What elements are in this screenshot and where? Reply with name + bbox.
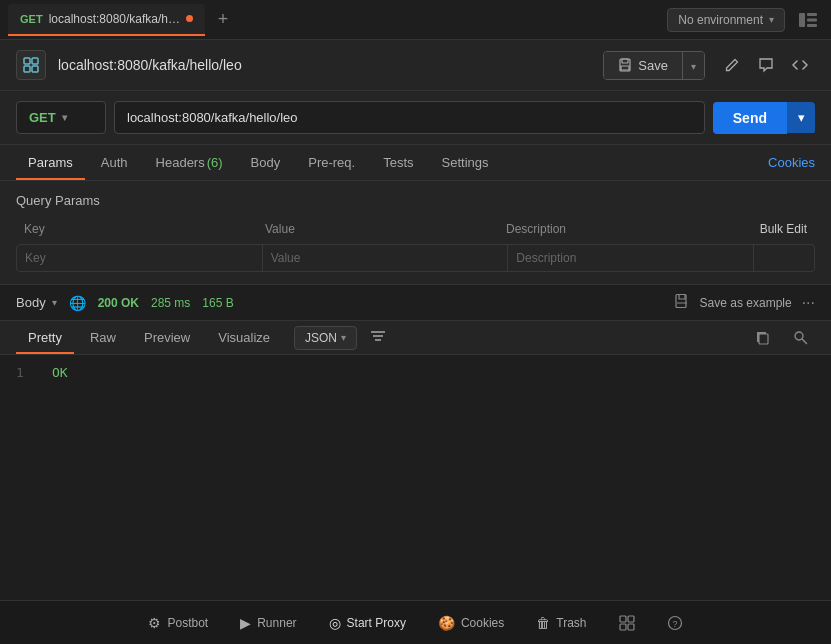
request-header: localhost:8080/kafka/hello/leo Save ▾ [0, 40, 831, 91]
svg-rect-6 [24, 66, 30, 72]
save-button[interactable]: Save [604, 52, 682, 79]
save-dropdown-button[interactable]: ▾ [682, 52, 704, 79]
comment-icon-button[interactable] [751, 50, 781, 80]
environment-selector[interactable]: No environment ▾ [667, 8, 785, 32]
cookies-label: Cookies [461, 616, 504, 630]
env-chevron: ▾ [769, 14, 774, 25]
svg-line-17 [802, 340, 806, 344]
svg-text:?: ? [672, 619, 677, 629]
svg-rect-21 [628, 624, 634, 630]
send-button-group: Send ▾ [713, 102, 815, 134]
filter-icon-button[interactable] [369, 328, 387, 347]
runner-label: Runner [257, 616, 296, 630]
value-input-cell[interactable]: Value [263, 245, 509, 271]
method-selector[interactable]: GET ▾ [16, 101, 106, 134]
svg-rect-18 [620, 616, 626, 622]
code-icon-button[interactable] [785, 50, 815, 80]
response-bar: Body ▾ 🌐 200 OK 285 ms 165 B Save as exa… [0, 285, 831, 321]
resp-tab-icons [747, 323, 815, 353]
line-number-1: 1 [16, 365, 36, 380]
save-icon [674, 293, 690, 312]
url-input[interactable] [114, 101, 705, 134]
body-chevron: ▾ [52, 297, 57, 308]
search-response-button[interactable] [785, 323, 815, 353]
runner-button[interactable]: ▶ Runner [240, 615, 296, 631]
tab-prereq[interactable]: Pre-req. [296, 145, 367, 180]
postbot-button[interactable]: ⚙ Postbot [148, 615, 208, 631]
params-header-row: Key Value Description Bulk Edit [16, 218, 815, 240]
cookies-button[interactable]: 🍪 Cookies [438, 615, 504, 631]
body-dropdown[interactable]: Body ▾ [16, 295, 57, 310]
response-size: 165 B [202, 296, 233, 310]
tab-body[interactable]: Body [239, 145, 293, 180]
start-proxy-button[interactable]: ◎ Start Proxy [329, 615, 406, 631]
params-input-row: Key Value Description [16, 244, 815, 272]
svg-rect-1 [807, 13, 817, 16]
edit-icon-button[interactable] [717, 50, 747, 80]
send-dropdown-button[interactable]: ▾ [787, 102, 815, 133]
request-title: localhost:8080/kafka/hello/leo [58, 57, 591, 73]
bulk-edit-button[interactable]: Bulk Edit [747, 222, 807, 236]
copy-response-button[interactable] [747, 323, 777, 353]
environment-value: No environment [678, 13, 763, 27]
svg-point-16 [795, 332, 803, 340]
postbot-label: Postbot [167, 616, 208, 630]
tab-dirty-dot [186, 15, 193, 22]
svg-rect-15 [759, 334, 768, 344]
tab-params[interactable]: Params [16, 145, 85, 180]
request-tabs-nav: Params Auth Headers(6) Body Pre-req. Tes… [0, 145, 831, 181]
save-label: Save [638, 58, 668, 73]
tab-bar: GET localhost:8080/kafka/h… + No environ… [0, 0, 831, 40]
key-input-cell[interactable]: Key [17, 245, 263, 271]
query-params-title: Query Params [16, 193, 815, 208]
resp-tab-preview[interactable]: Preview [132, 321, 202, 354]
params-actions-cell [754, 245, 814, 271]
grid-button[interactable] [619, 615, 635, 631]
code-content-1: OK [52, 365, 68, 380]
request-type-icon [16, 50, 46, 80]
tab-settings[interactable]: Settings [430, 145, 501, 180]
tab-headers[interactable]: Headers(6) [144, 145, 235, 180]
more-options-button[interactable]: ··· [802, 294, 815, 312]
col-desc: Description [506, 222, 747, 236]
code-line-1: 1 OK [16, 365, 815, 380]
headers-badge: (6) [207, 155, 223, 170]
tab-auth[interactable]: Auth [89, 145, 140, 180]
send-button[interactable]: Send [713, 102, 787, 134]
desc-input-cell[interactable]: Description [508, 245, 754, 271]
runner-icon: ▶ [240, 615, 251, 631]
sidebar-toggle-button[interactable] [793, 5, 823, 35]
tab-bar-right: No environment ▾ [667, 5, 823, 35]
active-tab[interactable]: GET localhost:8080/kafka/h… [8, 4, 205, 36]
svg-rect-10 [621, 66, 629, 70]
cookies-icon: 🍪 [438, 615, 455, 631]
trash-button[interactable]: 🗑 Trash [536, 615, 586, 631]
help-button[interactable]: ? [667, 615, 683, 631]
resp-tab-pretty[interactable]: Pretty [16, 321, 74, 354]
save-example-button[interactable]: Save as example [700, 296, 792, 310]
tab-url: localhost:8080/kafka/h… [49, 12, 180, 26]
svg-rect-0 [799, 13, 805, 27]
trash-label: Trash [556, 616, 586, 630]
svg-rect-4 [24, 58, 30, 64]
format-selector[interactable]: JSON ▾ [294, 326, 357, 350]
url-bar: GET ▾ Send ▾ [0, 91, 831, 145]
cookies-link[interactable]: Cookies [768, 155, 815, 170]
new-tab-button[interactable]: + [209, 6, 237, 34]
svg-rect-9 [622, 59, 628, 63]
resp-tab-raw[interactable]: Raw [78, 321, 128, 354]
save-button-group: Save ▾ [603, 51, 705, 80]
response-time: 285 ms [151, 296, 190, 310]
response-actions: Save as example ··· [674, 293, 815, 312]
tab-tests[interactable]: Tests [371, 145, 425, 180]
svg-rect-5 [32, 58, 38, 64]
params-table: Key Value Description Bulk Edit Key Valu… [16, 218, 815, 272]
header-icons [717, 50, 815, 80]
resp-tab-visualize[interactable]: Visualize [206, 321, 282, 354]
query-params-section: Query Params Key Value Description Bulk … [0, 181, 831, 285]
svg-rect-2 [807, 18, 817, 21]
method-value: GET [29, 110, 56, 125]
svg-rect-19 [628, 616, 634, 622]
svg-rect-3 [807, 24, 817, 27]
response-tabs: Pretty Raw Preview Visualize JSON ▾ [0, 321, 831, 355]
